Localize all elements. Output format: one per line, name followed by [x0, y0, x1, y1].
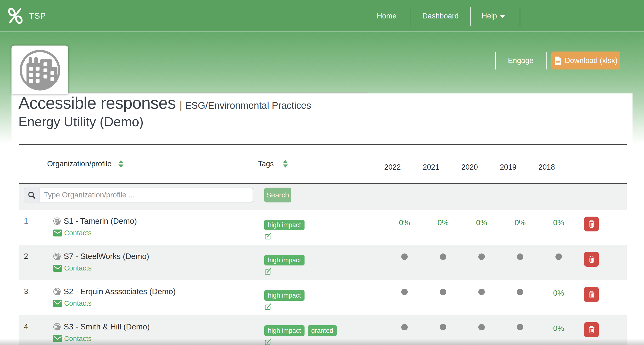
chevron-down-icon	[500, 15, 505, 18]
year-column-header: 2020	[450, 163, 489, 172]
page-subtitle: ESG/Environmental Practices	[185, 100, 311, 111]
org-name: S3 - Smith & Hill (Demo)	[64, 322, 150, 331]
page-title: Accessible responses	[18, 94, 176, 112]
response-dot	[385, 280, 424, 315]
row-index: 4	[19, 315, 46, 345]
contacts-link[interactable]: Contacts	[53, 299, 92, 307]
tag-badge: high impact	[264, 255, 304, 265]
response-percent: 0%	[540, 210, 578, 245]
org-name: S1 - Tamerin (Demo)	[64, 217, 137, 226]
sort-arrows-icon[interactable]	[118, 160, 124, 168]
title-separator: |	[180, 100, 182, 111]
organization-cell: S1 - Tamerin (Demo) Contacts	[46, 210, 263, 245]
edit-tags-icon[interactable]	[264, 232, 272, 241]
contacts-link[interactable]: Contacts	[53, 264, 92, 272]
header-separator	[546, 52, 546, 70]
tsp-logo-icon	[8, 8, 23, 24]
envelope-icon	[53, 335, 62, 342]
trash-icon	[588, 255, 595, 263]
edit-tags-icon[interactable]	[264, 268, 272, 276]
delete-row-button[interactable]	[584, 287, 599, 302]
company-title: Energy Utility (Demo)	[18, 114, 311, 129]
header-separator	[495, 52, 496, 70]
response-dot	[501, 280, 540, 315]
organization-cell: S7 - SteelWorks (Demo) Contacts	[46, 245, 263, 280]
search-icon	[24, 188, 40, 202]
response-dot	[385, 315, 424, 345]
tag-badge: granted	[308, 325, 337, 336]
trash-icon	[588, 220, 595, 228]
tag-badge: high impact	[264, 220, 304, 230]
delete-row-button[interactable]	[584, 252, 599, 267]
table-body: 1	[19, 210, 627, 345]
sort-arrows-icon[interactable]	[282, 160, 288, 168]
response-percent: 0%	[385, 210, 424, 245]
organization-cell: S3 - Smith & Hill (Demo) Contacts	[46, 315, 263, 345]
building-icon	[53, 252, 61, 260]
contacts-link[interactable]: Contacts	[53, 229, 92, 237]
tags-cell: high impact	[263, 245, 385, 280]
response-percent: 0%	[501, 210, 540, 245]
column-header-tags[interactable]: Tags	[258, 160, 288, 168]
building-icon	[53, 323, 61, 331]
contacts-link[interactable]: Contacts	[53, 335, 92, 342]
row-index: 1	[19, 210, 46, 245]
year-column-header: 2022	[373, 163, 412, 172]
response-dot	[462, 280, 501, 315]
tags-cell: high impact	[263, 210, 385, 245]
year-column-headers: 20222021202020192018	[373, 163, 566, 172]
table-filter-row: Search	[19, 183, 627, 210]
trash-icon	[588, 325, 595, 334]
organization-cell: S2 - Erquin Asssociates (Demo) Contacts	[46, 280, 263, 315]
search-button[interactable]: Search	[264, 188, 291, 202]
row-index: 2	[19, 245, 46, 280]
document-icon	[554, 56, 562, 65]
response-dot	[540, 245, 578, 280]
organization-search-group	[24, 188, 253, 202]
download-xlsx-button[interactable]: Download (xlsx)	[551, 52, 620, 70]
tags-cell: high impactgranted	[263, 315, 385, 345]
tags-cell: high impact	[263, 280, 385, 315]
response-percent: 0%	[540, 280, 578, 315]
table-row: 3	[19, 280, 627, 315]
delete-cell	[578, 315, 627, 345]
nav-item-dashboard[interactable]: Dashboard	[422, 0, 458, 32]
delete-cell	[578, 245, 627, 280]
search-input[interactable]	[40, 188, 252, 202]
response-dot	[462, 315, 501, 345]
trash-icon	[588, 290, 595, 298]
table-header-row: Organization/profile Tags 20222021202020…	[19, 144, 627, 183]
row-index: 3	[19, 280, 46, 315]
brand-home-link[interactable]: TSP	[8, 4, 46, 27]
response-percent: 0%	[540, 315, 578, 345]
org-name: S2 - Erquin Asssociates (Demo)	[64, 287, 176, 296]
nav-item-help[interactable]: Help	[476, 0, 511, 32]
org-name: S7 - SteelWorks (Demo)	[64, 252, 149, 261]
nav-separator	[410, 7, 410, 26]
response-percent: 0%	[462, 210, 501, 245]
edit-tags-icon[interactable]	[264, 303, 272, 311]
engage-link[interactable]: Engage	[500, 52, 541, 70]
response-dot	[424, 280, 462, 315]
nav-item-home[interactable]: Home	[369, 0, 404, 32]
contacts-label: Contacts	[64, 335, 92, 342]
year-column-header: 2021	[412, 163, 450, 172]
delete-cell	[578, 210, 627, 245]
tag-badge: high impact	[264, 325, 304, 336]
delete-row-button[interactable]	[584, 322, 599, 337]
delete-row-button[interactable]	[584, 217, 599, 231]
response-percent: 0%	[424, 210, 462, 245]
table-row: 2	[19, 245, 627, 280]
page-heading: Accessible responses | ESG/Environmental…	[18, 94, 311, 129]
response-dot	[501, 315, 540, 345]
top-navbar: TSP Home Dashboard Help	[0, 0, 644, 32]
column-header-organization[interactable]: Organization/profile	[47, 160, 124, 168]
edit-tags-icon[interactable]	[264, 338, 272, 345]
contacts-label: Contacts	[64, 299, 92, 307]
contacts-label: Contacts	[64, 264, 92, 272]
response-dot	[462, 245, 501, 280]
building-icon	[18, 48, 62, 93]
response-dot	[424, 245, 462, 280]
building-icon	[53, 288, 61, 295]
response-dot	[385, 245, 424, 280]
